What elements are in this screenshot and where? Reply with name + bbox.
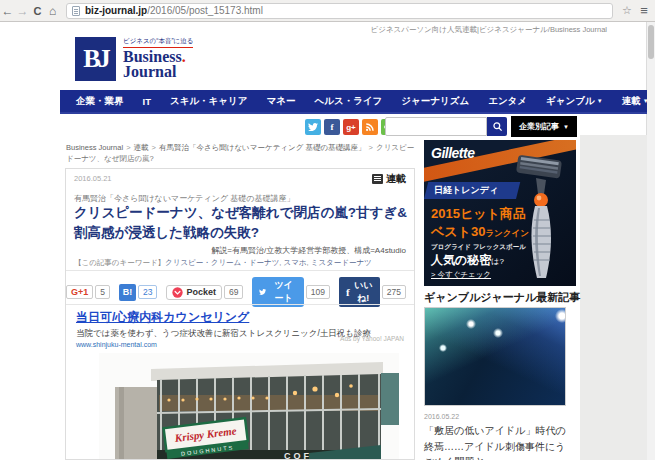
chevron-down-icon: ▼: [643, 98, 649, 104]
search-button[interactable]: [487, 117, 507, 136]
twitter-icon[interactable]: [305, 119, 321, 135]
browser-toolbar: ← → C ⌂ biz-journal.jp/2016/05/post_1517…: [0, 0, 655, 22]
nav-item-skill-career[interactable]: スキル・キャリア: [170, 95, 248, 108]
back-icon[interactable]: ←: [0, 4, 15, 18]
social-icon-row: f g+: [305, 119, 397, 135]
breadcrumb-home[interactable]: Business Journal: [66, 143, 123, 152]
bookmark-star-icon[interactable]: ☆: [619, 4, 635, 17]
gillette-headline-2: ベスト30ランクイン: [431, 223, 529, 241]
url-path: /2016/05/post_15173.html: [147, 5, 263, 16]
series-badge-icon: [372, 174, 383, 184]
article-hero-image: COFFEE Krispy Kreme DOUGHNUTS: [99, 353, 399, 460]
gillette-cta-link[interactable]: > 今すぐチェック: [431, 270, 491, 280]
twitter-bird-icon: [259, 287, 266, 297]
breadcrumb-separator: >: [126, 143, 130, 152]
hatena-share-count: 23: [138, 285, 157, 299]
main-nav: 企業・業界 IT スキル・キャリア マネー ヘルス・ライフ ジャーナリズム エン…: [60, 90, 647, 114]
article-container: 2016.05.21 連載 有馬賢治「今さら聞けないマーケティング 基礎の基礎講…: [65, 168, 415, 460]
tweet-share-group: ツイート 109: [252, 277, 330, 307]
keyword-link[interactable]: クリスピー・クリーム・ドーナツ: [165, 258, 279, 267]
right-rail-background: [580, 135, 647, 460]
logo-text: ビジネスの“本音”に迫る Business.Journal: [123, 37, 193, 81]
url-domain: biz-journal.jp: [85, 5, 147, 16]
logo-tagline: ビジネスの“本音”に迫る: [123, 37, 193, 48]
search-icon: [492, 121, 503, 132]
hatena-share-button[interactable]: B!: [119, 284, 136, 301]
gillette-logo: Gillette: [431, 145, 474, 161]
search-input[interactable]: [385, 117, 487, 136]
nav-item-entertainment[interactable]: エンタメ: [488, 95, 527, 108]
nav-item-money[interactable]: マネー: [267, 95, 296, 108]
nav-item-it[interactable]: IT: [143, 96, 151, 107]
nav-item-health-life[interactable]: ヘルス・ライフ: [314, 95, 382, 108]
browser-menu-icon[interactable]: ≡: [635, 3, 653, 18]
gillette-headline-1: 2015ヒット商品: [431, 205, 526, 223]
facebook-f-icon: f: [346, 286, 350, 298]
pocket-share-button[interactable]: Pocket: [166, 285, 222, 300]
nav-item-journalism[interactable]: ジャーナリズム: [401, 95, 469, 108]
reload-icon[interactable]: C: [30, 5, 45, 17]
gplus-share-count: 5: [95, 285, 110, 299]
series-badge[interactable]: 連載: [372, 172, 406, 186]
rss-icon[interactable]: [362, 119, 378, 135]
gplus-share-group: G+1 5: [66, 285, 110, 299]
gillette-banner: 日経トレンディ: [424, 182, 520, 199]
facebook-like-button[interactable]: f いいね!: [339, 277, 380, 307]
article-keywords: 【この記事のキーワード】クリスピー・クリーム・ドーナツ, スマホ, ミスタードー…: [74, 258, 408, 268]
sidebar-post-thumbnail[interactable]: [424, 307, 566, 406]
article-byline: 解説=有馬賢治/立教大学経営学部教授、構成=A4studio: [211, 245, 406, 256]
yahoo-text-ad: 当日可/心療内科カウンセリング 当院では薬を使わず、うつ症状改善に新宿ストレスク…: [76, 309, 406, 348]
sidebar-section-title: ギャンブルジャーナル最新記事: [424, 290, 580, 305]
gillette-catch: 人気の秘密は?: [431, 252, 504, 269]
googleplus-icon[interactable]: g+: [343, 119, 359, 135]
sub-toolbar: f g+ 企業別記事 ▼: [60, 116, 647, 140]
address-bar[interactable]: biz-journal.jp/2016/05/post_15173.html: [66, 3, 613, 19]
pocket-label: Pocket: [186, 287, 216, 297]
article-title: クリスピードーナツ、なぜ客離れで閉店の嵐?甘すぎ&割高感が浸透した戦略の失敗?: [74, 203, 408, 244]
nav-item-series[interactable]: 連載▼: [622, 95, 649, 108]
bj-logo-mark: BJ: [75, 37, 116, 81]
ad-url-link[interactable]: www.shinjuku-mental.com: [76, 341, 406, 348]
sidebar-post-title[interactable]: 「敷居の低いアイドル」時代の終焉……アイドル刺傷事件にうごめく問題と: [424, 423, 572, 460]
breadcrumb-series[interactable]: 連載: [134, 143, 149, 152]
nav-item-gamble[interactable]: ギャンブル▼: [546, 95, 603, 108]
gillette-best30: ベスト30: [431, 224, 485, 239]
ad-title-link[interactable]: 当日可/心療内科カウンセリング: [76, 309, 406, 326]
nav-item-gamble-label: ギャンブル: [546, 95, 595, 106]
nav-item-series-label: 連載: [622, 95, 641, 106]
facebook-icon[interactable]: f: [324, 119, 340, 135]
krispy-kreme-storefront-illustration: COFFEE Krispy Kreme DOUGHNUTS: [99, 353, 399, 460]
logo-red-dot: .: [182, 48, 186, 65]
gillette-catch-small: は?: [491, 257, 504, 266]
share-button-row: G+1 5 B! 23 Pocket 69 ツイート 109 f いいね!: [66, 277, 406, 307]
breadcrumb: Business Journal>連載>有馬賢治「今さら聞けないマーケティング …: [66, 142, 416, 165]
gillette-banner-label: 日経トレンディ: [426, 184, 498, 197]
forward-icon[interactable]: →: [15, 4, 30, 18]
gillette-product-name: プログライド フレックスボール: [431, 243, 526, 252]
company-articles-button[interactable]: 企業別記事 ▼: [511, 116, 577, 137]
scrollbar-thumb[interactable]: [648, 25, 654, 59]
divider: [66, 270, 414, 271]
gplus-share-button[interactable]: G+1: [66, 285, 93, 299]
logo-name: Business.Journal: [123, 49, 193, 79]
pocket-share-count: 69: [224, 285, 243, 299]
gillette-ad[interactable]: Gillette 日経トレンディ 2015ヒット商品 ベスト30ランクイン プロ…: [424, 140, 576, 286]
url-text[interactable]: biz-journal.jp/2016/05/post_15173.html: [85, 5, 263, 16]
site-logo[interactable]: BJ ビジネスの“本音”に迫る Business.Journal: [75, 37, 193, 81]
gillette-rankin: ランクイン: [485, 228, 529, 238]
like-count: 275: [382, 285, 406, 299]
pocket-icon: [172, 287, 183, 298]
breadcrumb-column[interactable]: 有馬賢治「今さら聞けないマーケティング 基礎の基礎講座」: [159, 143, 366, 152]
page-icon: [72, 6, 80, 16]
home-icon[interactable]: ⌂: [45, 4, 60, 18]
like-label: いいね!: [354, 279, 373, 305]
scrollbar[interactable]: [646, 22, 655, 460]
keyword-link[interactable]: ミスタードーナツ: [311, 258, 372, 267]
divider: [66, 304, 414, 305]
site-tagline: ビジネスパーソン向け人気連載|ビジネスジャーナル/Business Journa…: [371, 25, 607, 35]
breadcrumb-separator: >: [152, 143, 156, 152]
keyword-link[interactable]: スマホ: [284, 258, 307, 267]
tweet-button[interactable]: ツイート: [252, 277, 303, 307]
tweet-count: 109: [306, 285, 330, 299]
nav-item-business[interactable]: 企業・業界: [76, 95, 124, 108]
